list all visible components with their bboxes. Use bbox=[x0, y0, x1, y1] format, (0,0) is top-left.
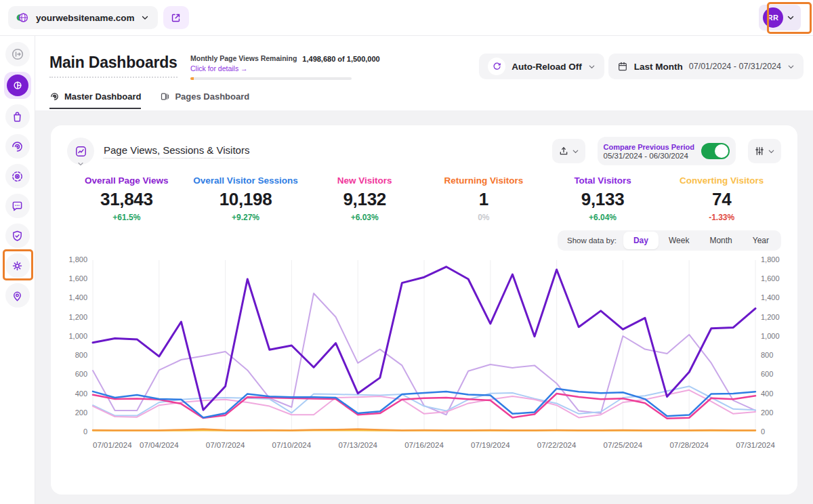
chart-plot[interactable] bbox=[93, 260, 755, 431]
sidebar-item-store[interactable] bbox=[5, 104, 30, 129]
dashboard-tabs: Master Dashboard Pages Dashboard bbox=[35, 91, 813, 110]
granularity-switcher: Show data by: DayWeekMonthYear bbox=[558, 230, 781, 251]
chevron-down-icon bbox=[588, 63, 596, 70]
chevron-down-icon bbox=[572, 148, 579, 155]
widget-menu-button[interactable] bbox=[67, 138, 94, 165]
line-chart-icon bbox=[75, 145, 87, 158]
export-button[interactable] bbox=[552, 139, 585, 163]
sidebar-item-locations[interactable] bbox=[5, 283, 30, 308]
bag-icon bbox=[10, 110, 24, 124]
avatar: RR bbox=[763, 7, 783, 28]
y-axis-left: 1,8001,6001,4001,2001,0008006004002000 bbox=[67, 255, 93, 436]
feedback-icon bbox=[10, 199, 24, 213]
quota-widget: Monthly Page Views Remaining Click for d… bbox=[190, 54, 352, 80]
pages-icon bbox=[160, 91, 170, 102]
tab-master-dashboard[interactable]: Master Dashboard bbox=[49, 91, 141, 109]
metric-converting-visitors[interactable]: Converting Visitors74-1.33% bbox=[662, 175, 781, 222]
chart-card: Page Views, Sessions & Visitors Compare … bbox=[51, 125, 797, 495]
open-site-button[interactable] bbox=[163, 6, 189, 29]
dashboards-icon bbox=[7, 75, 28, 96]
chart-settings-button[interactable] bbox=[748, 139, 781, 163]
chevron-down-icon bbox=[768, 148, 775, 155]
chevron-down-icon bbox=[141, 14, 149, 22]
refresh-icon bbox=[488, 58, 505, 75]
sidebar-item-dashboards[interactable] bbox=[4, 72, 31, 99]
account-menu[interactable]: RR bbox=[759, 5, 801, 30]
metric-returning-visitors[interactable]: Returning Visitors10% bbox=[424, 175, 543, 222]
spiral-icon bbox=[49, 91, 60, 102]
sliders-icon bbox=[754, 146, 765, 156]
sidebar bbox=[0, 36, 35, 504]
sidebar-item-collapse[interactable] bbox=[5, 42, 30, 66]
chevron-down-icon bbox=[787, 14, 795, 22]
show-data-by-label: Show data by: bbox=[558, 236, 623, 245]
quota-details-link[interactable]: Click for details → bbox=[190, 64, 297, 72]
settings-gear-icon bbox=[10, 259, 24, 273]
date-range-picker[interactable]: Last Month 07/01/2024 - 07/31/2024 bbox=[608, 54, 804, 79]
page-title: Main Dashboards bbox=[49, 54, 178, 78]
date-range: 07/01/2024 - 07/31/2024 bbox=[689, 62, 781, 71]
tab-pages-dashboard[interactable]: Pages Dashboard bbox=[160, 91, 249, 108]
sidebar-item-recordings[interactable] bbox=[5, 164, 30, 188]
chevron-down-icon bbox=[787, 63, 795, 70]
location-pin-icon bbox=[10, 289, 24, 303]
date-preset: Last Month bbox=[634, 62, 683, 72]
metric-total-visitors[interactable]: Total Visitors9,133+6.04% bbox=[543, 175, 663, 222]
sidebar-item-settings[interactable] bbox=[5, 253, 30, 278]
spiral-icon bbox=[10, 140, 24, 154]
y-axis-right: 1,8001,6001,4001,2001,0008006004002000 bbox=[755, 255, 781, 436]
shield-icon bbox=[10, 229, 24, 243]
globe-icon bbox=[15, 10, 30, 25]
granularity-day[interactable]: Day bbox=[623, 232, 659, 249]
auto-reload-label: Auto-Reload Off bbox=[512, 62, 582, 72]
site-selector[interactable]: yourwebsitename.com bbox=[8, 6, 158, 29]
granularity-buttons: DayWeekMonthYear bbox=[623, 232, 779, 249]
metric-overall-page-views[interactable]: Overall Page Views31,843+61.5% bbox=[67, 175, 186, 222]
auto-reload-dropdown[interactable]: Auto-Reload Off bbox=[479, 54, 604, 79]
widget-title: Page Views, Sessions & Visitors bbox=[104, 144, 249, 159]
granularity-week[interactable]: Week bbox=[659, 232, 699, 249]
metric-new-visitors[interactable]: New Visitors9,132+6.03% bbox=[305, 175, 424, 222]
sidebar-item-feedback[interactable] bbox=[5, 194, 30, 218]
page-header: Main Dashboards Monthly Page Views Remai… bbox=[35, 36, 813, 91]
granularity-month[interactable]: Month bbox=[699, 232, 742, 249]
open-in-new-icon bbox=[170, 12, 182, 24]
compare-previous-period: Compare Previous Period 05/31/2024 - 06/… bbox=[598, 137, 736, 165]
sidebar-item-journeys[interactable] bbox=[5, 134, 30, 159]
sidebar-item-security[interactable] bbox=[5, 224, 30, 248]
metrics-row: Overall Page Views31,843+61.5%Overall Vi… bbox=[67, 175, 781, 222]
tab-label: Master Dashboard bbox=[64, 91, 141, 102]
quota-label: Monthly Page Views Remaining bbox=[190, 54, 297, 62]
metric-overall-visitor-sessions[interactable]: Overall Visitor Sessions10,198+9.27% bbox=[186, 175, 306, 222]
quota-value: 1,498,680 of 1,500,000 bbox=[302, 55, 379, 63]
tab-label: Pages Dashboard bbox=[175, 91, 249, 102]
granularity-year[interactable]: Year bbox=[743, 232, 779, 249]
compare-label: Compare Previous Period bbox=[604, 143, 695, 151]
x-axis-labels: 07/01/202407/04/202407/07/202407/10/2024… bbox=[93, 441, 755, 456]
compare-toggle[interactable] bbox=[701, 143, 730, 159]
main-area: Main Dashboards Monthly Page Views Remai… bbox=[35, 36, 813, 504]
compare-range: 05/31/2024 - 06/30/2024 bbox=[604, 152, 695, 160]
topbar: yourwebsitename.com RR bbox=[0, 0, 813, 36]
calendar-icon bbox=[617, 61, 628, 72]
exit-icon bbox=[10, 47, 25, 62]
content-area: Page Views, Sessions & Visitors Compare … bbox=[35, 110, 813, 504]
export-icon bbox=[558, 146, 569, 156]
recordings-icon bbox=[10, 169, 24, 184]
chevron-down-icon bbox=[77, 161, 84, 167]
app-window: yourwebsitename.com RR bbox=[0, 0, 813, 504]
site-name: yourwebsitename.com bbox=[36, 13, 135, 23]
quota-progress-bar bbox=[190, 77, 352, 80]
chart: 1,8001,6001,4001,2001,0008006004002000 1… bbox=[67, 260, 781, 456]
